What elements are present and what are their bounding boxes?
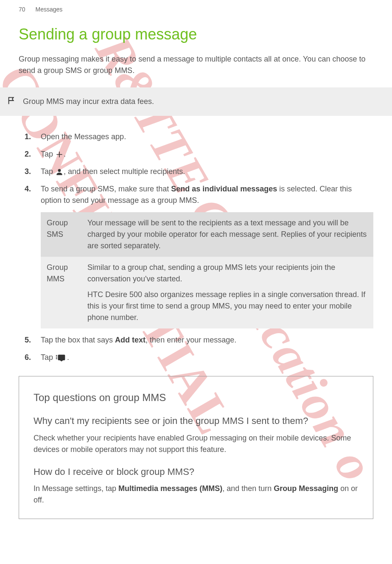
intro-paragraph: Group messaging makes it easy to send a … xyxy=(19,53,373,76)
step-3-text-a: Tap xyxy=(41,167,55,176)
group-table: Group SMS Your message will be sent to t… xyxy=(41,212,373,328)
faq-answer-1: Check whether your recipients have enabl… xyxy=(34,432,358,455)
group-mms-desc-1: Similar to a group chat, sending a group… xyxy=(87,262,367,285)
page-content: 70 Messages Sending a group message Grou… xyxy=(0,0,392,532)
faq-a2-bold2: Group Messaging xyxy=(274,484,338,493)
group-mms-desc: Similar to a group chat, sending a group… xyxy=(81,257,373,328)
step-4: To send a group SMS, make sure that Send… xyxy=(41,183,373,328)
person-icon xyxy=(55,168,64,176)
svg-rect-1 xyxy=(58,354,65,360)
step-5: Tap the box that says Add text, then ent… xyxy=(41,334,373,346)
page-title: Sending a group message xyxy=(19,25,373,43)
svg-point-0 xyxy=(58,169,61,172)
step-3: Tap , and then select multiple recipient… xyxy=(41,166,373,177)
step-6: Tap . xyxy=(41,352,373,363)
step-5-text-a: Tap the box that says xyxy=(41,336,115,344)
faq-question-1: Why can't my recipients see or join the … xyxy=(34,415,358,427)
table-row: Group MMS Similar to a group chat, sendi… xyxy=(41,257,373,328)
faq-heading: Top questions on group MMS xyxy=(34,392,358,404)
faq-box: Top questions on group MMS Why can't my … xyxy=(19,376,373,519)
step-4-bold: Send as individual messages xyxy=(171,185,277,193)
step-2-text-b: . xyxy=(64,150,66,158)
step-4-text-a: To send a group SMS, make sure that xyxy=(41,185,171,193)
group-sms-label: Group SMS xyxy=(41,212,81,257)
step-2-text-a: Tap xyxy=(41,150,55,158)
page-number: 70 xyxy=(19,6,25,13)
group-sms-desc: Your message will be sent to the recipie… xyxy=(81,212,373,257)
step-1: Open the Messages app. xyxy=(41,131,373,143)
faq-a2-a: In Message settings, tap xyxy=(34,484,118,493)
note-box: Group MMS may incur extra data fees. xyxy=(0,87,392,116)
step-2: Tap . xyxy=(41,149,373,160)
steps-list: Open the Messages app. Tap . Tap , and t… xyxy=(19,131,373,363)
step-6-text-a: Tap xyxy=(41,353,55,362)
step-3-text-b: , and then select multiple recipients. xyxy=(64,167,185,176)
page-header: 70 Messages xyxy=(19,6,373,13)
faq-a2-b: , and then turn xyxy=(222,484,274,493)
group-mms-desc-2: HTC Desire 500 also organizes message re… xyxy=(87,289,367,323)
section-name: Messages xyxy=(35,6,62,13)
step-5-text-b: , then enter your message. xyxy=(146,336,236,344)
step-5-bold: Add text xyxy=(115,336,146,344)
step-6-text-b: . xyxy=(67,353,69,362)
faq-a2-bold1: Multimedia messages (MMS) xyxy=(118,484,222,493)
note-text: Group MMS may incur extra data fees. xyxy=(23,97,154,106)
faq-answer-2: In Message settings, tap Multimedia mess… xyxy=(34,483,358,506)
group-mms-label: Group MMS xyxy=(41,257,81,328)
faq-question-2: How do I receive or block group MMS? xyxy=(34,466,358,478)
send-icon xyxy=(55,354,67,362)
table-row: Group SMS Your message will be sent to t… xyxy=(41,212,373,257)
plus-icon xyxy=(55,150,64,159)
flag-icon xyxy=(7,96,16,107)
